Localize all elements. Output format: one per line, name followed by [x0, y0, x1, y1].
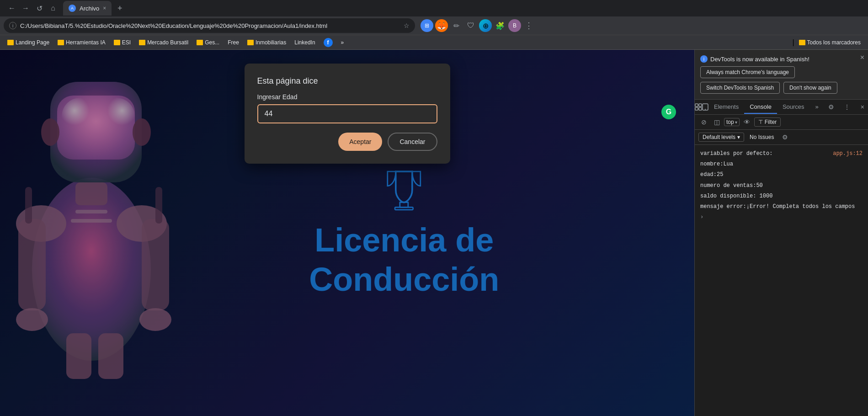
console-line-4: numero de ventas:50 — [698, 181, 864, 191]
notif-info-icon: i — [700, 55, 708, 63]
notif-close-button[interactable]: × — [860, 53, 864, 62]
console-line-1: variables por defecto: app.js:12 — [698, 149, 864, 159]
settings-button[interactable]: ⚙ — [824, 100, 839, 114]
notif-buttons: Always match Chrome's language Switch De… — [700, 66, 863, 94]
dialog-title: Esta página dice — [257, 76, 437, 86]
profile-avatar[interactable]: B — [508, 19, 521, 32]
devtools-tabs: Elements Console Sources » — [708, 101, 824, 114]
console-text-6: mensaje error:¡Error! Completa todos los… — [700, 203, 855, 211]
filter-label: Filter — [765, 119, 777, 125]
default-levels-button[interactable]: Default levels ▾ — [698, 133, 744, 142]
home-button[interactable]: ⌂ — [47, 2, 59, 15]
dialog-buttons: Aceptar Cancelar — [257, 133, 437, 151]
tab-elements[interactable]: Elements — [708, 101, 744, 114]
bookmark-label: Todos los marcadores — [807, 39, 861, 46]
new-tab-button[interactable]: + — [113, 2, 126, 15]
folder-icon — [247, 40, 254, 45]
more-options-button[interactable]: ⋮ — [840, 100, 854, 114]
bookmark-item-free[interactable]: Free — [224, 37, 243, 48]
bookmark-item-inmobiliarias[interactable]: Inmobiliarias — [244, 37, 290, 48]
console-text-3: edad:25 — [700, 171, 723, 179]
address-bar[interactable]: i C:/Users/BibianaT/5.%20Estudio/Oracle%… — [4, 18, 415, 33]
webpage: Licencia de Conducción Esta página dice … — [0, 50, 694, 416]
cancel-button[interactable]: Cancelar — [388, 133, 437, 151]
bookmark-label: Ges... — [205, 39, 219, 46]
dt-subtoolbar: ⊘ ◫ top ▾ 👁 ⊤ Filter — [695, 115, 868, 130]
console-expand-line[interactable]: › — [698, 212, 864, 223]
tab-sources[interactable]: Sources — [777, 101, 810, 114]
svg-rect-22 — [695, 104, 698, 107]
inspect-element-button[interactable] — [695, 100, 702, 114]
always-match-button[interactable]: Always match Chrome's language — [700, 66, 795, 78]
tab-more[interactable]: » — [810, 101, 824, 114]
tab-bar: ← → ↺ ⌂ A Archivo × + — [0, 0, 868, 16]
shield-icon[interactable]: 🛡 — [464, 19, 477, 32]
grammarly-icon[interactable]: G — [661, 105, 676, 119]
browser-menu-icon[interactable]: ⋮ — [523, 19, 535, 32]
devtools-toolbar: Elements Console Sources » ⚙ ⋮ × — [695, 100, 868, 115]
issues-settings-button[interactable]: ⚙ — [779, 132, 790, 143]
console-text-1: variables por defecto: — [700, 149, 772, 158]
filter-button[interactable]: ⊤ Filter — [754, 117, 781, 127]
extension-icon-1[interactable]: ⊞ — [421, 19, 433, 32]
bookmark-item-landing[interactable]: Landing Page — [4, 37, 53, 48]
bookmark-item-linkedin[interactable]: LinkedIn — [291, 37, 319, 48]
eye-button[interactable]: 👁 — [741, 117, 752, 128]
accept-button[interactable]: Aceptar — [338, 133, 382, 151]
close-devtools-button[interactable]: × — [855, 100, 868, 114]
main-area: Licencia de Conducción Esta página dice … — [0, 50, 868, 416]
forward-button[interactable]: → — [19, 2, 32, 15]
tab-console[interactable]: Console — [744, 101, 777, 114]
bookmark-label: Landing Page — [16, 39, 49, 46]
extensions-icon[interactable]: 🧩 — [494, 19, 506, 32]
bookmark-item-all[interactable]: Todos los marcadores — [795, 37, 864, 48]
top-dropdown-icon: ▾ — [735, 120, 737, 125]
bookmark-item-facebook[interactable]: f — [320, 36, 336, 49]
facebook-icon: f — [324, 38, 333, 47]
dont-show-button[interactable]: Don't show again — [783, 82, 837, 94]
back-button[interactable]: ← — [5, 2, 18, 15]
folder-icon — [799, 40, 805, 45]
bookmark-item-herramientas[interactable]: Herramientas IA — [54, 37, 109, 48]
browser-icons: ⊞ 🦊 ✏ 🛡 ⊕ 🧩 B ⋮ — [421, 19, 535, 32]
device-toggle-button[interactable] — [702, 100, 708, 114]
clear-console-button[interactable]: ⊘ — [698, 117, 709, 128]
dt-subtoolbar2: Default levels ▾ No Issues ⚙ — [695, 130, 868, 145]
folder-icon — [114, 40, 120, 45]
age-input[interactable] — [257, 104, 437, 123]
bookmark-item-esi[interactable]: ESI — [110, 37, 134, 48]
dialog-overlay: Esta página dice Ingresar Edad Aceptar C… — [0, 50, 694, 416]
active-tab[interactable]: A Archivo × — [63, 1, 112, 16]
tab-close-icon[interactable]: × — [103, 5, 106, 11]
switch-devtools-button[interactable]: Switch DevTools to Spanish — [700, 82, 780, 94]
circle-blue-icon[interactable]: ⊕ — [479, 19, 492, 32]
bookmark-label: Herramientas IA — [66, 39, 106, 46]
svg-rect-23 — [699, 104, 702, 107]
console-line-3: edad:25 — [698, 170, 864, 180]
bookmark-separator: | — [792, 38, 794, 47]
more-bookmarks-label: » — [341, 39, 344, 46]
bookmark-item-mercado[interactable]: Mercado Bursatil — [135, 37, 192, 48]
console-line-5: saldo disponible: 1000 — [698, 191, 864, 202]
console-line-2: nombre:Lua — [698, 159, 864, 170]
bookmark-star-icon[interactable]: ☆ — [404, 22, 410, 29]
fox-icon[interactable]: 🦊 — [435, 19, 448, 32]
pencil-icon[interactable]: ✏ — [450, 19, 463, 32]
dt-toolbar-right: ⚙ ⋮ × — [824, 100, 868, 114]
bookmarks-bar: Landing Page Herramientas IA ESI Mercado… — [0, 35, 868, 49]
url-text: C:/Users/BibianaT/5.%20Estudio/Oracle%20… — [20, 22, 400, 29]
grammarly-area: G — [661, 105, 676, 119]
svg-rect-24 — [695, 107, 698, 110]
toggle-sidebar-button[interactable]: ◫ — [711, 117, 722, 128]
top-selector[interactable]: top ▾ — [724, 118, 740, 126]
tab-favicon: A — [69, 5, 76, 12]
address-bar-row: i C:/Users/BibianaT/5.%20Estudio/Oracle%… — [0, 16, 868, 35]
console-link-1[interactable]: app.js:12 — [833, 149, 863, 158]
reload-button[interactable]: ↺ — [33, 2, 46, 15]
console-text-4: numero de ventas:50 — [700, 181, 763, 190]
console-line-6: mensaje error:¡Error! Completa todos los… — [698, 202, 864, 212]
nav-icons: ← → ↺ ⌂ — [4, 2, 61, 15]
folder-icon — [139, 40, 145, 45]
bookmark-more-button[interactable]: » — [337, 37, 348, 48]
bookmark-item-ges[interactable]: Ges... — [193, 37, 223, 48]
